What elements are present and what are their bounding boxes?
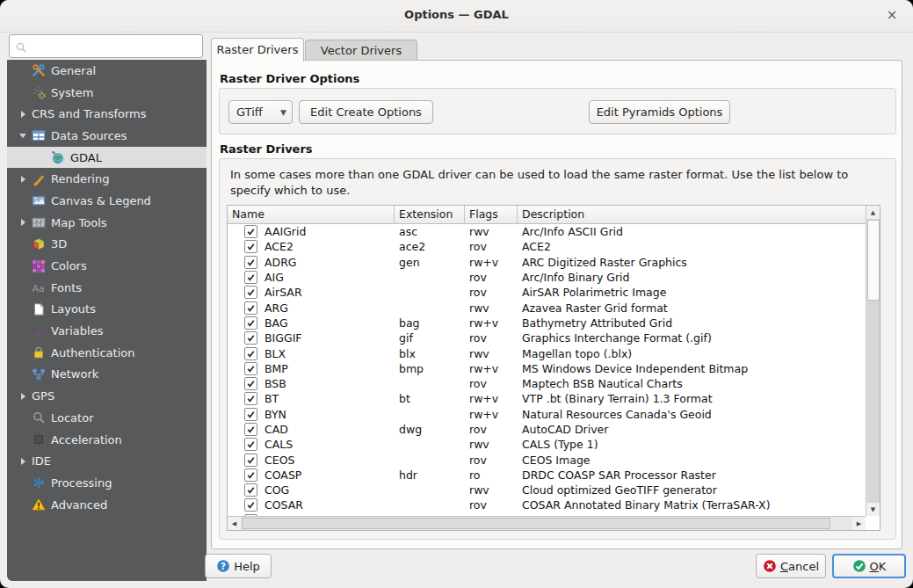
column-header-description[interactable]: Description	[518, 206, 867, 223]
driver-row-coasp[interactable]: COASPhdrroDRDC COASP SAR Processor Raste…	[228, 468, 866, 483]
sidebar-item-network[interactable]: Network	[7, 364, 207, 386]
driver-name-cell: BYN	[228, 408, 395, 421]
expander-collapsed-icon[interactable]	[14, 393, 32, 400]
sidebar-item-data-sources[interactable]: Data Sources	[7, 125, 207, 147]
help-button[interactable]: ? Help	[205, 554, 272, 578]
driver-row-ceos[interactable]: CEOSrovCEOS Image	[228, 452, 866, 467]
driver-name: AIG	[264, 271, 284, 284]
sidebar-item-label: Canvas & Legend	[51, 194, 151, 207]
svg-text:?: ?	[221, 561, 226, 571]
edit-create-options-button[interactable]: Edit Create Options	[299, 100, 433, 124]
driver-row-bmp[interactable]: BMPbmprw+vMS Windows Device Independent …	[228, 361, 866, 376]
sidebar-item-ide[interactable]: IDE	[7, 450, 207, 472]
checkbox-checked-icon[interactable]	[244, 468, 257, 482]
driver-row-aaigrid[interactable]: AAIGridascrwvArc/Info ASCII Grid	[228, 224, 866, 239]
checkbox-checked-icon[interactable]	[244, 454, 257, 467]
close-icon[interactable]: ×	[883, 7, 901, 25]
driver-row-byn[interactable]: BYNrw+vNatural Resources Canada's Geoid	[228, 407, 866, 422]
tab-raster-drivers[interactable]: Raster Drivers	[211, 38, 304, 62]
horizontal-scrollbar[interactable]: ◀ ▶	[228, 516, 866, 530]
scroll-right-icon[interactable]: ▶	[852, 517, 866, 530]
sidebar-item-3d[interactable]: 3D	[7, 234, 207, 256]
driver-name: COSAR	[264, 498, 303, 512]
vertical-scroll-track[interactable]	[867, 219, 880, 503]
checkbox-checked-icon[interactable]	[244, 256, 257, 269]
scroll-up-icon[interactable]: ▲	[866, 206, 880, 219]
expander-expanded-icon[interactable]	[14, 134, 32, 138]
driver-row-cals[interactable]: CALSrwvCALS (Type 1)	[228, 437, 866, 452]
driver-row-blx[interactable]: BLXblxrwvMagellan topo (.blx)	[228, 345, 866, 360]
driver-flags: rw+v	[465, 256, 518, 269]
checkbox-checked-icon[interactable]	[244, 423, 257, 436]
scroll-down-icon[interactable]: ▼	[866, 503, 880, 516]
sidebar-item-map-tools[interactable]: Map Tools	[7, 212, 207, 234]
checkbox-checked-icon[interactable]	[244, 498, 257, 512]
checkbox-checked-icon[interactable]	[244, 483, 257, 497]
sidebar-item-colors[interactable]: Colors	[7, 255, 207, 277]
checkbox-checked-icon[interactable]	[244, 316, 257, 330]
scroll-left-icon[interactable]: ◀	[228, 517, 241, 530]
checkbox-checked-icon[interactable]	[244, 240, 257, 253]
driver-description: Bathymetry Attributed Grid	[518, 316, 866, 330]
sidebar-item-acceleration[interactable]: Acceleration	[7, 429, 207, 451]
edit-pyramids-options-button[interactable]: Edit Pyramids Options	[589, 100, 730, 124]
expander-collapsed-icon[interactable]	[14, 219, 32, 226]
driver-row-bt[interactable]: BTbtrw+vVTP .bt (Binary Terrain) 1.3 For…	[228, 391, 866, 406]
sidebar-item-gps[interactable]: GPS	[7, 385, 207, 407]
expander-collapsed-icon[interactable]	[14, 111, 32, 118]
column-header-flags[interactable]: Flags	[465, 206, 518, 223]
driver-name-cell: AIG	[228, 271, 395, 284]
checkbox-checked-icon[interactable]	[244, 225, 257, 238]
sidebar-item-processing[interactable]: Processing	[7, 472, 207, 494]
driver-row-cad[interactable]: CADdwgrovAutoCAD Driver	[228, 422, 866, 437]
checkbox-checked-icon[interactable]	[244, 271, 257, 284]
checkbox-checked-icon[interactable]	[244, 362, 257, 375]
horizontal-scroll-thumb[interactable]	[242, 518, 830, 529]
driver-row-cog[interactable]: COGrwvCloud optimized GeoTIFF generator	[228, 483, 866, 497]
expander-collapsed-icon[interactable]	[14, 176, 32, 183]
checkbox-checked-icon[interactable]	[244, 438, 257, 451]
checkbox-checked-icon[interactable]	[244, 301, 257, 315]
driver-row-arg[interactable]: ARGrwvAzavea Raster Grid format	[228, 300, 866, 315]
checkbox-checked-icon[interactable]	[244, 408, 257, 421]
ok-button[interactable]: OK	[832, 554, 906, 578]
sidebar-search-input[interactable]	[9, 34, 203, 58]
vertical-scroll-thumb[interactable]	[867, 220, 880, 301]
titlebar[interactable]: Options — GDAL ×	[0, 0, 913, 33]
driver-flags: rov	[465, 271, 518, 284]
column-header-extension[interactable]: Extension	[395, 206, 465, 223]
sidebar-item-locator[interactable]: Locator	[7, 407, 207, 429]
driver-row-bsb[interactable]: BSBrovMaptech BSB Nautical Charts	[228, 376, 866, 391]
expander-collapsed-icon[interactable]	[14, 458, 32, 465]
sidebar-item-general[interactable]: General	[7, 60, 207, 82]
cancel-button[interactable]: Cancel	[756, 554, 826, 578]
driver-row-airsar[interactable]: AirSARrovAirSAR Polarimetric Image	[228, 285, 866, 300]
driver-row-biggif[interactable]: BIGGIFgifrovGraphics Interchange Format …	[228, 330, 866, 345]
sidebar-item-advanced[interactable]: Advanced	[7, 494, 207, 516]
column-header-name[interactable]: Name	[228, 206, 395, 223]
driver-name: BT	[264, 392, 279, 405]
sidebar-item-layouts[interactable]: Layouts	[7, 299, 207, 321]
driver-name-cell: BT	[228, 392, 395, 405]
checkbox-checked-icon[interactable]	[244, 331, 257, 345]
checkbox-checked-icon[interactable]	[244, 347, 257, 360]
driver-row-adrg[interactable]: ADRGgenrw+vARC Digitized Raster Graphics	[228, 255, 866, 270]
checkbox-checked-icon[interactable]	[244, 286, 257, 299]
checkbox-checked-icon[interactable]	[244, 377, 257, 390]
sidebar-item-rendering[interactable]: Rendering	[7, 168, 207, 190]
sidebar-item-variables[interactable]: εVariables	[7, 320, 207, 342]
driver-row-ace2[interactable]: ACE2ace2rovACE2	[228, 239, 866, 254]
sidebar-item-system[interactable]: System	[7, 82, 207, 104]
tab-vector-drivers[interactable]: Vector Drivers	[305, 40, 417, 62]
vertical-scrollbar[interactable]: ▲ ▼	[866, 206, 880, 516]
sidebar-item-authentication[interactable]: Authentication	[7, 342, 207, 364]
sidebar-item-gdal[interactable]: GDAL	[7, 147, 207, 169]
checkbox-checked-icon[interactable]	[244, 392, 257, 405]
driver-row-aig[interactable]: AIGrovArc/Info Binary Grid	[228, 270, 866, 285]
driver-row-bag[interactable]: BAGbagrw+vBathymetry Attributed Grid	[228, 316, 866, 330]
driver-row-cosar[interactable]: COSARrovCOSAR Annotated Binary Matrix (T…	[228, 497, 866, 512]
sidebar-item-fonts[interactable]: AaFonts	[7, 277, 207, 299]
sidebar-item-crs-and-transforms[interactable]: CRS and Transforms	[7, 103, 207, 125]
sidebar-item-canvas-and-legend[interactable]: Canvas & Legend	[7, 190, 207, 212]
driver-select[interactable]: GTiff ▼	[228, 100, 293, 124]
